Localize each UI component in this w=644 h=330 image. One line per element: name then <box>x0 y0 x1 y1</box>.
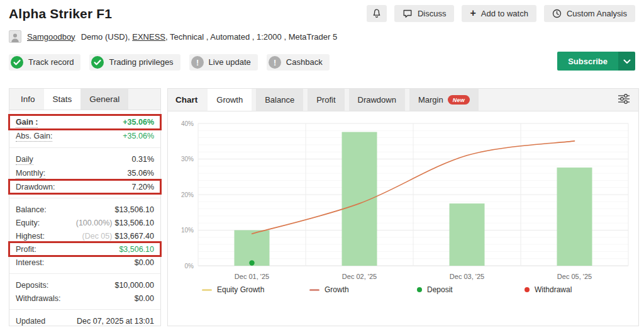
subscribe-caret-button[interactable] <box>618 52 635 71</box>
chart-tab-label: Balance <box>265 95 294 105</box>
status-badge[interactable]: Track record <box>9 54 80 71</box>
bell-icon <box>372 8 382 19</box>
stat-group: Gain : +35.06% Abs. Gain: +35.06% <box>9 113 160 145</box>
account-owner-link[interactable]: Samgoodboy <box>27 32 75 42</box>
stat-row: Profit: $3,506.10 <box>9 242 160 256</box>
stat-row: Balance: $13,506.10 <box>9 203 160 216</box>
badge-label: Trading privileges <box>109 57 173 67</box>
badges-row: Track record Trading privileges ! Live u… <box>9 54 635 71</box>
stat-value-main: +35.06% <box>123 118 154 127</box>
stat-value-main: $13,667.40 <box>114 232 154 241</box>
stat-label: Withdrawals: <box>16 293 61 304</box>
stat-value: +35.06% <box>123 131 154 141</box>
stat-value-main: $13,506.10 <box>114 205 154 214</box>
stat-value-main: +35.06% <box>123 132 154 140</box>
stat-value-prefix: (100.00%) <box>76 219 113 227</box>
chart-tab-drawdown[interactable]: Drawdown <box>349 89 405 111</box>
custom-analysis-button[interactable]: Custom Analysis <box>544 5 635 22</box>
discuss-button[interactable]: Discuss <box>394 5 455 22</box>
stats-panel: Info Stats General Gain : +35.06% Abs. G… <box>9 88 161 326</box>
stat-value-main: $13,506.10 <box>114 219 154 227</box>
stat-value-main: $10,000.00 <box>114 281 154 290</box>
legend-item-withdrawal[interactable]: Withdrawal <box>525 285 632 294</box>
stat-value-prefix: (Dec 05) <box>82 232 113 241</box>
chart-legend: Equity Growth Growth Deposit Withdrawal <box>173 285 632 294</box>
stat-row: Gain : +35.06% <box>9 115 160 129</box>
stat-value: $0.00 <box>135 258 154 268</box>
stat-group: Deposits: $10,000.00 Withdrawals: $0.00 <box>9 273 160 307</box>
badge-status-icon <box>91 56 104 69</box>
legend-item-growth[interactable]: Growth <box>309 285 417 294</box>
badge-label: Live update <box>209 57 251 67</box>
add-to-watch-label: Add to watch <box>481 9 528 18</box>
svg-text:Dec 01, '25: Dec 01, '25 <box>235 273 269 280</box>
add-to-watch-button[interactable]: + Add to watch <box>462 5 536 22</box>
chart-settings-button[interactable] <box>618 89 630 111</box>
badge-status-icon <box>11 56 23 69</box>
stat-value-main: 7.20% <box>132 183 154 191</box>
stats-tab-stats[interactable]: Stats <box>44 89 81 110</box>
stat-value: (Dec 05)$13,667.40 <box>82 231 155 241</box>
svg-text:0%: 0% <box>185 263 194 270</box>
badge-label: Track record <box>28 57 74 67</box>
svg-text:20%: 20% <box>181 191 194 198</box>
chart-tab-balance[interactable]: Balance <box>256 89 303 111</box>
stat-label: Deposits: <box>16 280 48 290</box>
stat-row: Updated Dec 07, 2025 at 13:01 <box>9 314 160 327</box>
broker-link[interactable]: EXNESS <box>132 32 165 42</box>
discuss-label: Discuss <box>418 9 447 18</box>
stats-tabbar: Info Stats General <box>9 89 160 110</box>
legend-item-deposit[interactable]: Deposit <box>417 285 525 294</box>
stat-value: $0.00 <box>135 293 154 304</box>
stat-value: Dec 07, 2025 at 13:01 <box>77 316 154 326</box>
status-badge[interactable]: ! Live update <box>189 54 258 71</box>
new-badge: New <box>448 95 470 105</box>
stats-body: Gain : +35.06% Abs. Gain: +35.06% Daily … <box>9 110 160 330</box>
growth-chart[interactable]: 0%10%20%30%40%Dec 01, '25Dec 02, '25Dec … <box>173 116 632 285</box>
svg-text:30%: 30% <box>181 156 194 162</box>
stat-label: Gain : <box>16 117 38 128</box>
growth-chart-area[interactable]: 0%10%20%30%40%Dec 01, '25Dec 02, '25Dec … <box>168 111 638 326</box>
sliders-icon <box>618 93 630 107</box>
stat-row: Highest: (Dec 05)$13,667.40 <box>9 229 160 242</box>
legend-line-swatch <box>202 289 212 291</box>
chart-panel: Chart Growth Balance Profit Drawdown Mar… <box>167 88 639 326</box>
chart-tab-label: Margin <box>418 95 443 105</box>
legend-label: Withdrawal <box>535 285 572 294</box>
legend-line-swatch <box>309 289 319 291</box>
stat-value: +35.06% <box>123 117 154 127</box>
stat-label: Daily <box>16 154 33 165</box>
stats-tab-info[interactable]: Info <box>12 89 44 110</box>
svg-text:Dec 03, '25: Dec 03, '25 <box>450 273 484 280</box>
stat-value: 35.06% <box>128 168 154 178</box>
account-meta-pre: Demo (USD), <box>81 32 130 42</box>
status-badge[interactable]: Trading privileges <box>89 54 180 71</box>
chart-tab-profit[interactable]: Profit <box>308 89 344 111</box>
stat-group: Updated Dec 07, 2025 at 13:01 Tracking 0 <box>9 309 160 330</box>
page-title: Alpha Striker F1 <box>9 6 112 21</box>
legend-item-equity-growth[interactable]: Equity Growth <box>202 285 309 294</box>
main-content: Info Stats General Gain : +35.06% Abs. G… <box>9 88 639 326</box>
chart-tab-growth[interactable]: Growth <box>208 89 252 111</box>
stat-value-main: $0.00 <box>135 294 154 303</box>
chart-tab-label: Profit <box>316 95 335 105</box>
stat-row: Equity: (100.00%)$13,506.10 <box>9 216 160 229</box>
badge-status-icon: ! <box>191 56 204 69</box>
subscribe-button[interactable]: Subscribe <box>557 52 618 71</box>
status-badge[interactable]: ! Cashback <box>267 54 330 71</box>
stat-label: Highest: <box>16 231 45 241</box>
stat-row: Withdrawals: $0.00 <box>9 292 160 305</box>
chart-tabbar: Chart Growth Balance Profit Drawdown Mar… <box>168 89 638 111</box>
svg-text:40%: 40% <box>181 120 194 127</box>
header-actions: Discuss + Add to watch Custom Analysis <box>367 5 635 22</box>
svg-text:10%: 10% <box>181 227 194 234</box>
notifications-button[interactable] <box>367 5 387 22</box>
legend-label: Growth <box>325 285 349 294</box>
chart-section-label: Chart <box>175 89 208 111</box>
chart-tab-margin[interactable]: Margin New <box>409 89 479 111</box>
avatar <box>9 30 21 43</box>
chevron-down-icon <box>623 55 631 67</box>
stats-tab-general[interactable]: General <box>80 89 128 110</box>
stat-row: Tracking 0 <box>9 327 160 330</box>
stat-label: Equity: <box>16 218 40 228</box>
